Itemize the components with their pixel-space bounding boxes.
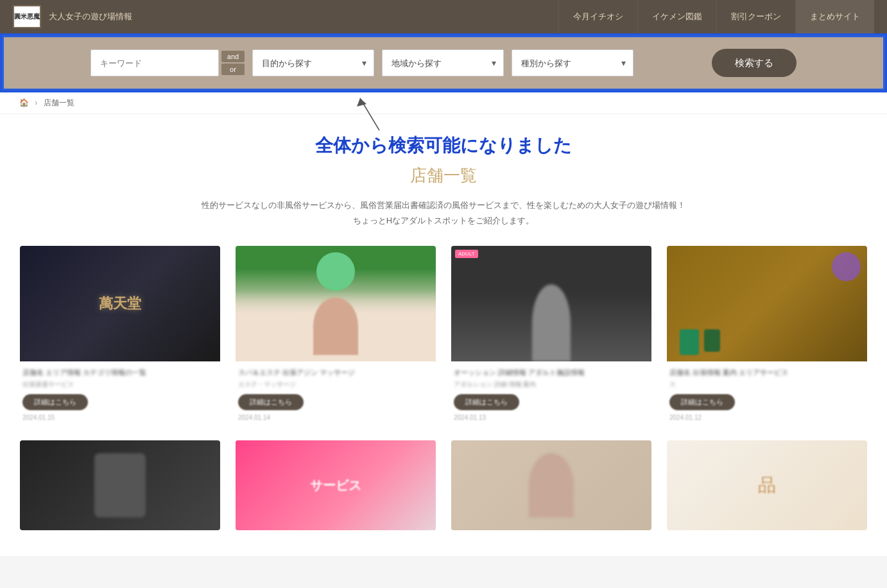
main-content: 全体から検索可能になりました 店舗一覧 性的サービスなしの非風俗サービスから、風… bbox=[0, 114, 887, 556]
card-3-title: オーッション 詳細情報 アダルト施設情報 bbox=[454, 368, 649, 377]
or-button[interactable]: or bbox=[221, 64, 245, 75]
shop-card-6[interactable]: サービス bbox=[236, 440, 436, 530]
shop-card-3[interactable]: ADULT オーッション 詳細情報 アダルト施設情報 アダルション 詳細 情報 … bbox=[451, 246, 651, 425]
description-main-text: 性的サービスなしの非風俗サービスから、風俗営業届出書確認済の風俗サービスまで、性… bbox=[202, 200, 685, 210]
page-description-1: 性的サービスなしの非風俗サービスから、風俗営業届出書確認済の風俗サービスまで、性… bbox=[19, 200, 868, 211]
card-1-detail-button[interactable]: 詳細はこちら bbox=[22, 394, 88, 410]
search-section: and or 目的から探す 地域から探す 種別から探す 検索する bbox=[2, 35, 885, 91]
card-grid-row2: サービス 品 bbox=[20, 440, 867, 530]
site-tagline: 大人女子の遊び場情報 bbox=[49, 11, 132, 22]
shop-card-5[interactable] bbox=[20, 440, 220, 530]
shop-card-1[interactable]: 萬天堂 店舗名 エリア情報 カテゴリ情報の一覧 出張派遣サービス 詳細はこちら … bbox=[20, 246, 220, 425]
card-3-detail-button[interactable]: 詳細はこちら bbox=[454, 394, 519, 410]
card-1-title: 店舗名 エリア情報 カテゴリ情報の一覧 bbox=[22, 368, 218, 377]
keyword-group: and or bbox=[90, 49, 245, 76]
card-2-subtitle: エステ・マッサージ bbox=[238, 380, 433, 389]
card-2-info: スパ＆エステ 出張アジン マッサージ エステ・マッサージ 詳細はこちら 2024… bbox=[236, 361, 436, 425]
purpose-dropdown-wrapper: 目的から探す bbox=[252, 49, 374, 76]
card-image-7 bbox=[451, 440, 651, 530]
search-bar: and or 目的から探す 地域から探す 種別から探す 検索する bbox=[90, 49, 797, 77]
card-2-title: スパ＆エステ 出張アジン マッサージ bbox=[238, 368, 433, 377]
announcement-text: 全体から検索可能になりました bbox=[19, 121, 868, 164]
card-3-silhouette bbox=[532, 284, 571, 361]
card-8-brand: 品 bbox=[758, 473, 776, 497]
purpose-select[interactable]: 目的から探す bbox=[252, 49, 374, 76]
shop-card-4[interactable]: 店舗名 出張情報 案内 エリアサービス ス 詳細はこちら 2024.01.12 bbox=[667, 246, 867, 425]
annotation-arrow bbox=[354, 95, 405, 134]
spa-circle-decoration bbox=[316, 252, 355, 291]
breadcrumb-home[interactable]: 🏠 bbox=[19, 98, 29, 107]
and-button[interactable]: and bbox=[221, 51, 245, 62]
card-1-info: 店舗名 エリア情報 カテゴリ情報の一覧 出張派遣サービス 詳細はこちら 2024… bbox=[20, 361, 220, 425]
nav-item-men[interactable]: イケメン図鑑 bbox=[638, 0, 717, 33]
card-4-title: 店舗名 出張情報 案内 エリアサービス bbox=[669, 368, 865, 377]
category-dropdown-wrapper: 種別から探す bbox=[512, 49, 633, 76]
page-description-2: ちょっとHなアダルトスポットをご紹介します。 bbox=[19, 215, 868, 227]
card-image-4 bbox=[667, 246, 867, 361]
card-image-1: 萬天堂 bbox=[20, 246, 220, 361]
card-image-6: サービス bbox=[236, 440, 436, 530]
card-grid-row1: 萬天堂 店舗名 エリア情報 カテゴリ情報の一覧 出張派遣サービス 詳細はこちら … bbox=[20, 246, 867, 425]
card-image-5 bbox=[20, 440, 220, 530]
card-3-info: オーッション 詳細情報 アダルト施設情報 アダルション 詳細 情報 案内 詳細は… bbox=[451, 361, 651, 425]
header-left: 圓米悪魔 大人女子の遊び場情報 bbox=[13, 5, 132, 28]
main-nav: 今月イチオシ イケメン図鑑 割引クーポン まとめサイト bbox=[558, 0, 874, 33]
card-3-badge: ADULT bbox=[455, 250, 478, 258]
card-4-subtitle: ス bbox=[669, 380, 865, 389]
breadcrumb-current: 店舗一覧 bbox=[44, 98, 74, 107]
region-dropdown-wrapper: 地域から探す bbox=[382, 49, 504, 76]
card-1-img-text: 萬天堂 bbox=[99, 294, 141, 313]
card-6-text: サービス bbox=[310, 477, 361, 494]
card-4-circle-badge bbox=[832, 252, 861, 281]
card-4-date: 2024.01.12 bbox=[669, 414, 865, 421]
search-section-wrapper: and or 目的から探す 地域から探す 種別から探す 検索する bbox=[0, 33, 887, 92]
card-image-2 bbox=[236, 246, 436, 361]
card-image-3: ADULT bbox=[451, 246, 651, 361]
shop-card-2[interactable]: スパ＆エステ 出張アジン マッサージ エステ・マッサージ 詳細はこちら 2024… bbox=[236, 246, 436, 425]
page-title: 店舗一覧 bbox=[19, 164, 868, 187]
logo-text: 圓米悪魔 bbox=[14, 12, 40, 21]
person-shape bbox=[313, 297, 358, 355]
nav-item-matome[interactable]: まとめサイト bbox=[796, 0, 874, 33]
search-button[interactable]: 検索する bbox=[712, 49, 797, 77]
search-input[interactable] bbox=[90, 49, 219, 76]
shop-card-8[interactable]: 品 bbox=[667, 440, 867, 530]
breadcrumb-separator: › bbox=[35, 98, 37, 107]
shop-card-7[interactable] bbox=[451, 440, 651, 530]
card-4-detail-button[interactable]: 詳細はこちら bbox=[669, 394, 735, 410]
card-4-info: 店舗名 出張情報 案内 エリアサービス ス 詳細はこちら 2024.01.12 bbox=[667, 361, 867, 425]
category-select[interactable]: 種別から探す bbox=[512, 49, 633, 76]
card-image-8: 品 bbox=[667, 440, 867, 530]
breadcrumb: 🏠 › 店舗一覧 bbox=[0, 92, 887, 114]
annotation-area bbox=[19, 114, 868, 121]
card-2-date: 2024.01.14 bbox=[238, 414, 433, 421]
region-select[interactable]: 地域から探す bbox=[382, 49, 504, 76]
nav-item-coupon[interactable]: 割引クーポン bbox=[717, 0, 796, 33]
card-3-date: 2024.01.13 bbox=[454, 414, 649, 421]
card-1-subtitle: 出張派遣サービス bbox=[22, 380, 218, 389]
site-header: 圓米悪魔 大人女子の遊び場情報 今月イチオシ イケメン図鑑 割引クーポン まとめ… bbox=[0, 0, 887, 33]
nav-item-special[interactable]: 今月イチオシ bbox=[558, 0, 638, 33]
card-2-detail-button[interactable]: 詳細はこちら bbox=[238, 394, 304, 410]
card-3-subtitle: アダルション 詳細 情報 案内 bbox=[454, 380, 649, 389]
card-4-items bbox=[680, 329, 720, 355]
and-or-group: and or bbox=[221, 51, 245, 75]
svg-marker-1 bbox=[357, 98, 366, 107]
card-1-date: 2024.01.15 bbox=[22, 414, 218, 421]
card-2-person bbox=[236, 291, 436, 361]
site-logo[interactable]: 圓米悪魔 bbox=[13, 5, 41, 28]
